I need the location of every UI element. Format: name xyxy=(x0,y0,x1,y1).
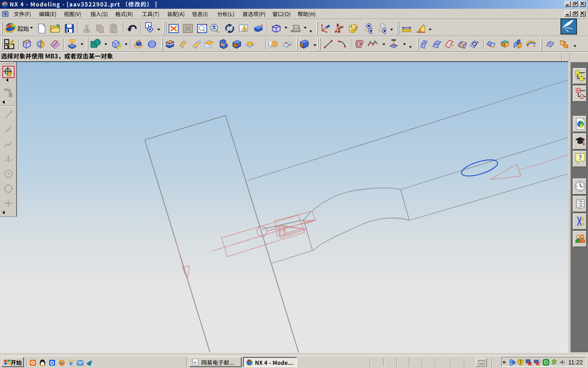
svg-text:e: e xyxy=(194,359,197,365)
svg-text:!: ! xyxy=(520,360,521,365)
svg-text:?: ? xyxy=(579,154,582,161)
svg-text:D: D xyxy=(51,360,54,366)
